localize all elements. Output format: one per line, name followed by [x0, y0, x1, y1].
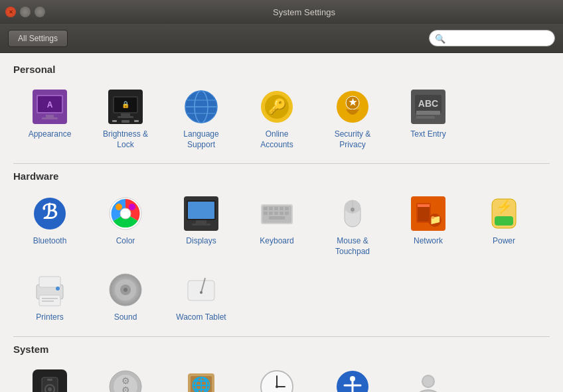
- settings-item-mouse-touchpad[interactable]: Mouse &Touchpad: [316, 188, 389, 262]
- section-grid-system: Backups⚙⚙Details🌐Software &UpdatesTime &…: [13, 361, 550, 392]
- svg-rect-48: [280, 207, 283, 210]
- svg-rect-72: [39, 277, 60, 287]
- close-button[interactable]: [5, 7, 16, 17]
- settings-item-security-privacy[interactable]: ★Security &Privacy: [316, 82, 389, 155]
- svg-text:📁: 📁: [430, 214, 442, 226]
- settings-item-displays[interactable]: Displays: [165, 188, 238, 262]
- keyboard-icon: [258, 195, 295, 232]
- content-area: PersonalAAppearance🔒Brightness &LockLang…: [0, 53, 563, 392]
- settings-item-text-entry[interactable]: ABCText Entry: [392, 82, 465, 155]
- svg-point-35: [120, 208, 131, 219]
- time-date-icon: [258, 368, 295, 392]
- svg-rect-42: [192, 224, 210, 226]
- svg-rect-9: [121, 113, 130, 116]
- svg-point-76: [56, 287, 60, 291]
- settings-item-software-updates[interactable]: 🌐Software &Updates: [165, 361, 238, 392]
- settings-item-color[interactable]: Color: [89, 188, 162, 262]
- svg-point-37: [129, 204, 135, 210]
- section-divider: [13, 336, 550, 337]
- network-label: Network: [414, 236, 443, 247]
- settings-item-network[interactable]: 📁Network: [392, 188, 465, 262]
- svg-point-83: [200, 291, 202, 294]
- appearance-icon: A: [31, 88, 68, 125]
- settings-item-backups[interactable]: Backups: [13, 361, 86, 392]
- svg-rect-45: [264, 207, 268, 210]
- window-title: System Settings: [50, 7, 558, 17]
- network-icon: 📁: [410, 195, 447, 232]
- settings-item-language-support[interactable]: LanguageSupport: [165, 82, 238, 155]
- settings-item-time-date[interactable]: Time & Date: [240, 361, 313, 392]
- keyboard-label: Keyboard: [260, 236, 293, 247]
- settings-item-printers[interactable]: Printers: [13, 265, 86, 328]
- color-icon: [107, 195, 144, 232]
- section-label-personal: Personal: [13, 64, 550, 75]
- svg-rect-12: [112, 120, 117, 122]
- settings-item-power[interactable]: ⚡Power: [467, 188, 540, 262]
- maximize-button[interactable]: [35, 7, 45, 17]
- svg-text:A: A: [47, 100, 53, 109]
- svg-text:ABC: ABC: [418, 98, 438, 109]
- settings-item-keyboard[interactable]: Keyboard: [240, 188, 313, 262]
- settings-item-appearance[interactable]: AAppearance: [13, 82, 86, 155]
- section-label-system: System: [13, 344, 550, 355]
- svg-text:⚡: ⚡: [496, 198, 513, 214]
- search-icon: 🔍: [435, 33, 445, 43]
- svg-rect-75: [42, 300, 54, 302]
- mouse-touchpad-label: Mouse &Touchpad: [335, 236, 370, 257]
- settings-item-brightness-lock[interactable]: 🔒Brightness &Lock: [89, 82, 162, 155]
- search-input[interactable]: [429, 30, 555, 46]
- svg-text:ℬ: ℬ: [42, 201, 58, 223]
- appearance-label: Appearance: [29, 129, 72, 140]
- settings-item-universal-access[interactable]: UniversalAccess: [316, 361, 389, 392]
- svg-text:⚙: ⚙: [121, 385, 130, 392]
- sound-icon: [107, 271, 144, 308]
- svg-rect-51: [269, 212, 273, 215]
- svg-rect-49: [285, 207, 289, 210]
- svg-rect-52: [274, 212, 278, 215]
- svg-point-88: [48, 387, 52, 391]
- window-controls: [5, 7, 45, 17]
- displays-label: Displays: [186, 236, 216, 247]
- software-updates-icon: 🌐: [183, 368, 220, 392]
- svg-rect-46: [269, 207, 273, 210]
- language-support-label: LanguageSupport: [183, 129, 218, 150]
- section-divider: [13, 163, 550, 164]
- settings-item-bluetooth[interactable]: ℬBluetooth: [13, 188, 86, 262]
- svg-rect-89: [47, 379, 52, 381]
- svg-rect-10: [118, 116, 133, 118]
- wacom-tablet-icon: [183, 271, 220, 308]
- sound-label: Sound: [114, 312, 137, 323]
- minimize-button[interactable]: [20, 7, 31, 17]
- section-label-hardware: Hardware: [13, 170, 550, 182]
- wacom-tablet-label: Wacom Tablet: [176, 312, 226, 323]
- svg-rect-50: [264, 212, 268, 215]
- bluetooth-icon: ℬ: [31, 195, 68, 232]
- security-privacy-icon: ★: [334, 88, 371, 125]
- printers-label: Printers: [36, 312, 63, 323]
- printers-icon: [31, 271, 68, 308]
- settings-item-online-accounts[interactable]: 🔑OnlineAccounts: [240, 82, 313, 155]
- svg-text:★: ★: [349, 97, 357, 107]
- text-entry-icon: ABC: [410, 88, 447, 125]
- settings-item-sound[interactable]: Sound: [89, 265, 162, 328]
- language-support-icon: [183, 88, 220, 125]
- text-entry-label: Text Entry: [410, 129, 445, 140]
- all-settings-button[interactable]: All Settings: [8, 30, 68, 47]
- brightness-lock-label: Brightness &Lock: [103, 129, 148, 150]
- settings-item-wacom-tablet[interactable]: Wacom Tablet: [165, 265, 238, 328]
- online-accounts-label: OnlineAccounts: [260, 129, 293, 150]
- svg-text:🔒: 🔒: [121, 100, 130, 109]
- svg-rect-41: [196, 220, 206, 224]
- svg-rect-54: [285, 212, 289, 215]
- bluetooth-label: Bluetooth: [33, 236, 67, 247]
- settings-item-details[interactable]: ⚙⚙Details: [89, 361, 162, 392]
- svg-rect-53: [280, 212, 283, 215]
- displays-icon: [183, 195, 220, 232]
- backups-icon: [31, 368, 68, 392]
- universal-access-icon: [334, 368, 371, 392]
- search-container: 🔍: [429, 30, 555, 46]
- svg-text:🌐: 🌐: [191, 375, 211, 392]
- settings-item-user-accounts[interactable]: UserAccounts: [392, 361, 465, 392]
- online-accounts-icon: 🔑: [258, 88, 295, 125]
- svg-rect-68: [495, 216, 513, 226]
